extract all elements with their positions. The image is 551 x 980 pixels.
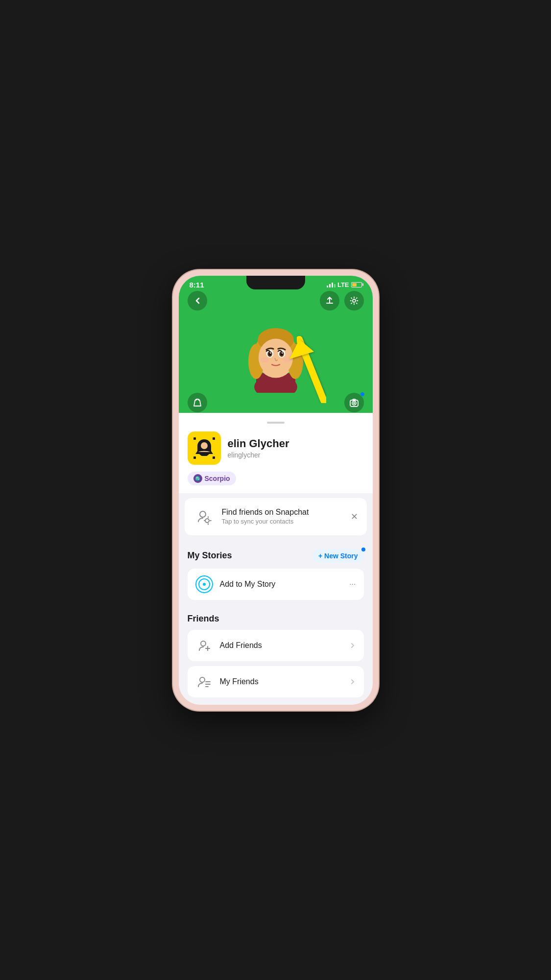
share-button[interactable]	[320, 291, 339, 311]
wardrobe-button[interactable]	[188, 393, 207, 412]
status-right: LTE	[327, 281, 362, 288]
battery-icon	[351, 282, 362, 287]
snapcode[interactable]	[188, 431, 221, 465]
profile-username: elinglycher	[228, 451, 289, 459]
signal-bar-3	[332, 283, 333, 287]
add-to-my-story-label: Add to My Story	[220, 580, 343, 589]
find-friends-title: Find friends on Snapchat	[222, 508, 344, 517]
settings-icon	[350, 296, 359, 305]
snapcode-svg	[190, 433, 219, 463]
photo-button[interactable]	[344, 393, 364, 412]
battery-fill	[352, 283, 357, 287]
scroll-content[interactable]: elin Glycher elinglycher ♏ Scorpio	[179, 413, 373, 705]
svg-point-26	[353, 402, 355, 404]
zodiac-label: Scorpio	[205, 475, 230, 482]
signal-bars	[327, 282, 335, 287]
svg-point-33	[201, 442, 208, 449]
my-friends-label: My Friends	[220, 677, 342, 686]
notch	[246, 276, 305, 289]
signal-bar-1	[327, 286, 328, 287]
zodiac-badge[interactable]: ♏ Scorpio	[188, 472, 236, 485]
svg-point-20	[261, 358, 268, 362]
story-icon-outer	[195, 575, 213, 593]
add-friends-item[interactable]: Add Friends	[188, 630, 364, 661]
story-icon-inner	[198, 578, 210, 590]
status-time: 8:11	[190, 281, 204, 289]
friends-list-icon	[197, 675, 211, 689]
new-story-label: + New Story	[318, 552, 358, 560]
svg-point-34	[200, 511, 206, 517]
svg-rect-30	[213, 437, 215, 440]
find-friends-banner[interactable]: Find friends on Snapchat Tap to sync you…	[185, 498, 367, 535]
lte-label: LTE	[337, 281, 349, 288]
header-controls	[179, 291, 373, 314]
zodiac-icon: ♏	[193, 474, 202, 483]
friends-section: Friends Add Friends	[179, 605, 373, 697]
my-stories-header: My Stories + New Story	[188, 549, 364, 563]
back-icon	[194, 297, 201, 304]
svg-rect-29	[193, 437, 196, 440]
phone-screen: 8:11 LTE	[179, 276, 373, 705]
add-friends-label: Add Friends	[220, 641, 342, 650]
svg-point-21	[283, 358, 290, 362]
new-story-button[interactable]: + New Story	[312, 549, 364, 563]
signal-bar-4	[334, 284, 335, 287]
chevron-right-icon-2	[349, 678, 356, 685]
add-friends-icon	[195, 637, 213, 654]
svg-point-23	[267, 364, 273, 374]
drag-handle	[267, 422, 285, 424]
profile-card: elin Glycher elinglycher ♏ Scorpio	[179, 413, 373, 493]
profile-text: elin Glycher elinglycher	[228, 437, 289, 459]
profile-name: elin Glycher	[228, 437, 289, 450]
notification-dot	[360, 392, 365, 397]
find-friends-icon	[193, 506, 215, 527]
new-story-notification-dot	[361, 548, 365, 551]
story-icon-dot	[203, 583, 206, 586]
share-icon	[325, 296, 334, 305]
dismiss-find-friends-button[interactable]: ✕	[351, 511, 358, 522]
my-friends-item[interactable]: My Friends	[188, 666, 364, 697]
svg-point-35	[201, 641, 206, 646]
settings-button[interactable]	[344, 291, 364, 311]
green-header: 8:11 LTE	[179, 276, 373, 413]
add-person-icon	[197, 639, 211, 652]
profile-info: elin Glycher elinglycher	[188, 431, 364, 465]
find-friends-subtitle: Tap to sync your contacts	[222, 518, 344, 525]
find-friends-text: Find friends on Snapchat Tap to sync you…	[222, 508, 344, 525]
avatar-container	[179, 314, 373, 393]
phone-frame: 8:11 LTE	[173, 270, 379, 711]
svg-point-18	[270, 352, 271, 353]
friends-title: Friends	[188, 614, 219, 624]
add-to-my-story-item[interactable]: Add to My Story ···	[188, 569, 364, 600]
photo-icon	[349, 398, 359, 407]
friends-header: Friends	[188, 614, 364, 624]
spotlight-section: Spotlight & Snap Map Options	[179, 702, 373, 705]
my-friends-icon	[195, 673, 213, 691]
header-right-buttons	[320, 291, 364, 311]
svg-rect-31	[193, 456, 196, 459]
back-button[interactable]	[188, 291, 207, 311]
svg-point-0	[353, 299, 356, 302]
svg-rect-32	[213, 456, 215, 459]
my-stories-section: My Stories + New Story Add to	[179, 540, 373, 600]
my-stories-title: My Stories	[188, 550, 232, 561]
story-camera-icon	[195, 575, 213, 593]
wardrobe-icon	[192, 398, 202, 407]
svg-point-19	[282, 352, 283, 353]
more-options-icon[interactable]: ···	[349, 580, 356, 589]
sync-contacts-icon	[195, 508, 213, 526]
signal-bar-2	[329, 284, 331, 287]
chevron-right-icon	[349, 642, 356, 649]
bitmoji-avatar	[237, 314, 315, 393]
bitmoji-svg	[237, 314, 315, 393]
svg-point-36	[200, 677, 205, 682]
